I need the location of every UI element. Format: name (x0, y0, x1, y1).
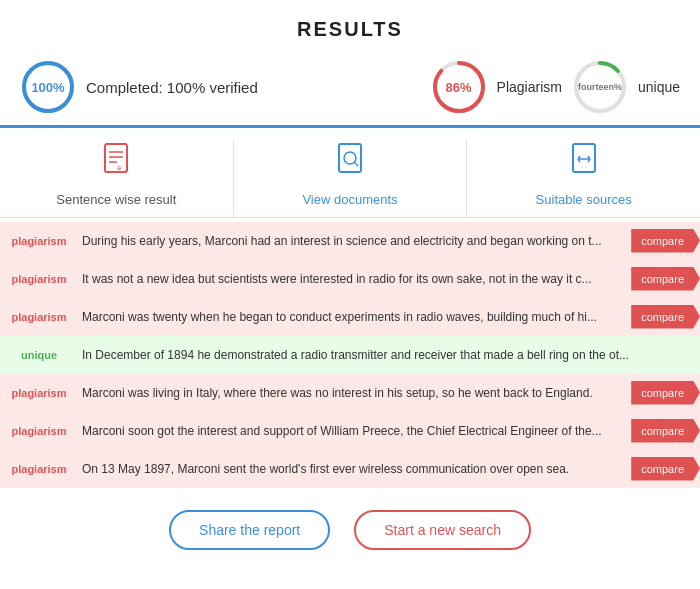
result-text: Marconi was twenty when he began to cond… (78, 304, 631, 330)
unique-label: unique (638, 79, 680, 95)
bottom-buttons: Share the report Start a new search (0, 492, 700, 562)
result-row: plagiarismMarconi soon got the interest … (0, 412, 700, 450)
plagiarism-stats: 86% Plagiarism fourteen% unique (431, 59, 680, 115)
result-badge: plagiarism (0, 387, 78, 399)
result-badge: plagiarism (0, 425, 78, 437)
plagiarism-label: Plagiarism (497, 79, 562, 95)
result-text: It was not a new idea but scientists wer… (78, 266, 631, 292)
documents-icon (331, 140, 369, 186)
completed-label: Completed: 100% verified (86, 79, 258, 96)
tab-row: ≡ Sentence wise result View documents (0, 128, 700, 218)
svg-rect-11 (339, 144, 361, 172)
page-title: RESULTS (0, 0, 700, 51)
result-text: Marconi soon got the interest and suppor… (78, 418, 631, 444)
tab-sources[interactable]: Suitable sources (467, 140, 700, 217)
tab-documents[interactable]: View documents (234, 140, 468, 217)
result-badge: plagiarism (0, 463, 78, 475)
result-text: On 13 May 1897, Marconi sent the world's… (78, 456, 631, 482)
results-area: plagiarismDuring his early years, Marcon… (0, 218, 700, 492)
tab-sentence-label: Sentence wise result (56, 192, 176, 207)
result-text: During his early years, Marconi had an i… (78, 228, 631, 254)
plagiarism-circle: 86% (431, 59, 487, 115)
svg-rect-14 (573, 144, 595, 172)
completed-stats: 100% Completed: 100% verified (20, 59, 415, 115)
result-row: plagiarismIt was not a new idea but scie… (0, 260, 700, 298)
result-row: uniqueIn December of 1894 he demonstrate… (0, 336, 700, 374)
plagiarism-percent: 86% (446, 80, 472, 95)
svg-rect-6 (105, 144, 127, 172)
result-text: Marconi was living in Italy, where there… (78, 380, 631, 406)
compare-button[interactable]: compare (631, 419, 700, 443)
result-text: In December of 1894 he demonstrated a ra… (78, 342, 700, 368)
sentence-icon: ≡ (97, 140, 135, 186)
share-report-button[interactable]: Share the report (169, 510, 330, 550)
result-badge: plagiarism (0, 235, 78, 247)
unique-circle: fourteen% (572, 59, 628, 115)
sources-icon (565, 140, 603, 186)
svg-text:≡: ≡ (117, 164, 122, 173)
result-row: plagiarismDuring his early years, Marcon… (0, 222, 700, 260)
compare-button[interactable]: compare (631, 457, 700, 481)
result-badge: unique (0, 349, 78, 361)
compare-button[interactable]: compare (631, 267, 700, 291)
tab-sentence[interactable]: ≡ Sentence wise result (0, 140, 234, 217)
stats-row: 100% Completed: 100% verified 86% Plagia… (0, 51, 700, 125)
result-row: plagiarismMarconi was twenty when he beg… (0, 298, 700, 336)
result-row: plagiarismOn 13 May 1897, Marconi sent t… (0, 450, 700, 488)
result-badge: plagiarism (0, 311, 78, 323)
completed-percent: 100% (31, 80, 64, 95)
completed-circle: 100% (20, 59, 76, 115)
compare-button[interactable]: compare (631, 229, 700, 253)
new-search-button[interactable]: Start a new search (354, 510, 531, 550)
tab-sources-label: Suitable sources (536, 192, 632, 207)
compare-button[interactable]: compare (631, 381, 700, 405)
unique-percent: fourteen% (578, 82, 622, 92)
compare-button[interactable]: compare (631, 305, 700, 329)
result-badge: plagiarism (0, 273, 78, 285)
tab-documents-label: View documents (302, 192, 397, 207)
result-row: plagiarismMarconi was living in Italy, w… (0, 374, 700, 412)
